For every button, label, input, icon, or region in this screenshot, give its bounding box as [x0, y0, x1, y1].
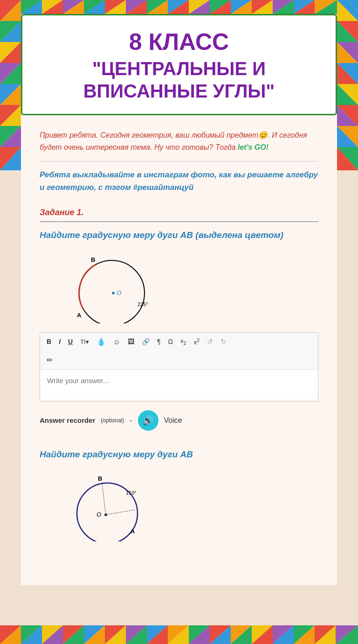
content-area: Привет ребята. Сегодня геометрия, ваш лю… — [21, 115, 337, 562]
point-o2-label: O — [96, 511, 101, 518]
task1-divider — [40, 221, 318, 222]
circle-svg-2: B A O 110° — [44, 464, 151, 541]
bottom-area — [21, 562, 337, 585]
omega-button[interactable]: Ω — [166, 337, 175, 346]
lets-go-text: let's GO! — [238, 143, 268, 151]
task1-label: Задание 1. — [40, 208, 318, 217]
point-a-label: A — [77, 312, 82, 319]
title-card: 8 КЛАСС "ЦЕНТРАЛЬНЫЕ И ВПИСАННЫЕ УГЛЫ" — [21, 14, 337, 115]
paragraph-button[interactable]: ¶ — [155, 337, 163, 346]
answer-recorder: Answer recorder (optional) - 🔊 Voice — [40, 410, 318, 431]
answer-toolbar-container: B I U TI▾ 💧 ☺ 🖼 🔗 ¶ Ω x2 x2 ↺ ↻ ✏ — [40, 332, 318, 402]
bold-button[interactable]: B — [45, 337, 53, 346]
color-button[interactable]: 💧 — [95, 336, 108, 347]
answer-input[interactable] — [40, 370, 318, 399]
emoji-button[interactable]: ☺ — [111, 337, 122, 347]
point-b2-label: B — [98, 475, 102, 482]
recorder-optional: (optional) — [101, 417, 124, 424]
underline-button[interactable]: U — [66, 337, 75, 346]
angle-label-2: 110° — [126, 490, 137, 496]
svg-line-70 — [106, 510, 136, 515]
recorder-label: Answer recorder — [40, 416, 95, 424]
main-subtitle: "ЦЕНТРАЛЬНЫЕ И ВПИСАННЫЕ УГЛЫ" — [36, 57, 322, 102]
bottom-mosaic-svg — [0, 625, 358, 644]
font-size-button[interactable]: TI▾ — [78, 337, 91, 346]
undo-button[interactable]: ↺ — [205, 336, 215, 347]
intro-paragraph: Привет ребята. Сегодня геометрия, ваш лю… — [40, 129, 318, 154]
circle-diagram-2: B A O 110° — [44, 464, 318, 543]
svg-line-69 — [102, 484, 106, 515]
subscript-button[interactable]: x2 — [179, 336, 188, 347]
point-a2-label: A — [131, 528, 135, 535]
speaker-icon: 🔊 — [142, 415, 154, 426]
point-o-label: O — [117, 289, 121, 296]
italic-button[interactable]: I — [57, 337, 62, 346]
instagram-text: Ребята выкладывайте в инстаграм фото, ка… — [40, 168, 318, 194]
eraser-button[interactable]: ✏ — [45, 355, 55, 365]
bottom-mosaic — [0, 625, 358, 644]
recorder-separator: - — [130, 416, 132, 425]
circle-svg-1: B A O 225° — [44, 246, 151, 323]
link-button[interactable]: 🔗 — [140, 337, 151, 346]
main-title: 8 КЛАСС — [36, 29, 322, 55]
divider-1 — [40, 161, 318, 161]
task2-question: Найдите градусную меру дуги АВ — [40, 449, 318, 460]
voice-button[interactable]: 🔊 — [138, 410, 158, 431]
svg-point-66 — [112, 292, 115, 294]
angle-label-1: 225° — [138, 301, 148, 307]
voice-label: Voice — [164, 416, 182, 425]
answer-toolbar: B I U TI▾ 💧 ☺ 🖼 🔗 ¶ Ω x2 x2 ↺ ↻ ✏ — [40, 333, 318, 370]
point-b-label: B — [91, 256, 95, 263]
superscript-button[interactable]: x2 — [192, 336, 202, 347]
task1-question: Найдите градусную меру дуги АВ (выделена… — [40, 229, 318, 242]
image-button[interactable]: 🖼 — [126, 337, 136, 346]
circle-diagram-1: B A O 225° — [44, 246, 318, 325]
redo-button[interactable]: ↻ — [219, 336, 228, 347]
